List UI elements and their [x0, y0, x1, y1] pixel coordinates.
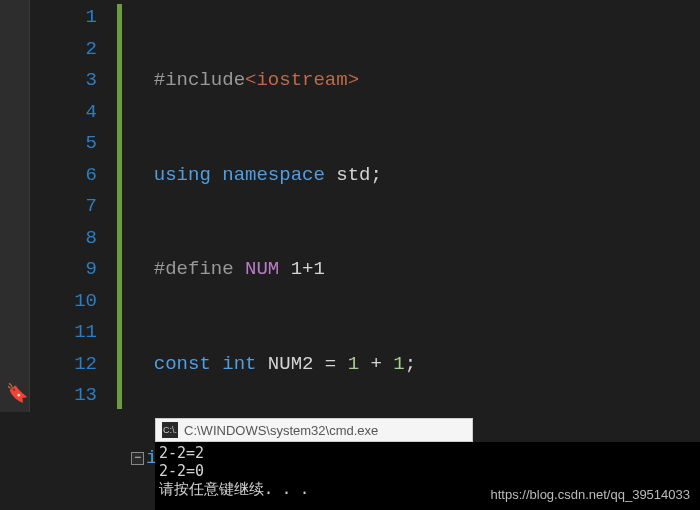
modified-bar: [117, 4, 122, 409]
line-number[interactable]: 1: [30, 2, 97, 34]
code-editor: 🔖 1 2 3 4 5 6 7 8 9 10 11 12 13 #include…: [0, 0, 700, 412]
line-number[interactable]: 5: [30, 128, 97, 160]
line-number[interactable]: 6: [30, 160, 97, 192]
line-number[interactable]: 3: [30, 65, 97, 97]
line-number[interactable]: 11: [30, 317, 97, 349]
code-line: using namespace std;: [131, 160, 700, 192]
line-number[interactable]: 12: [30, 349, 97, 381]
console-title: C:\WINDOWS\system32\cmd.exe: [184, 423, 378, 438]
line-number[interactable]: 4: [30, 97, 97, 129]
line-number-gutter[interactable]: 1 2 3 4 5 6 7 8 9 10 11 12 13: [30, 0, 115, 412]
console-titlebar[interactable]: C:\. C:\WINDOWS\system32\cmd.exe: [155, 418, 473, 442]
bookmark-icon: 🔖: [6, 382, 28, 404]
code-line: const int NUM2 = 1 + 1;: [131, 349, 700, 381]
activity-bar: 🔖: [0, 0, 30, 412]
output-line: 2-2=2: [159, 444, 696, 462]
watermark: https://blog.csdn.net/qq_39514033: [491, 487, 691, 502]
line-number[interactable]: 8: [30, 223, 97, 255]
fold-icon[interactable]: −: [131, 452, 144, 465]
code-content[interactable]: #include<iostream> using namespace std; …: [125, 0, 700, 412]
line-number[interactable]: 10: [30, 286, 97, 318]
line-number[interactable]: 2: [30, 34, 97, 66]
output-line: 2-2=0: [159, 462, 696, 480]
code-line: #define NUM 1+1: [131, 254, 700, 286]
line-number[interactable]: 9: [30, 254, 97, 286]
code-line: #include<iostream>: [131, 65, 700, 97]
line-number[interactable]: 7: [30, 191, 97, 223]
line-number[interactable]: 13: [30, 380, 97, 412]
change-indicator: [115, 0, 125, 412]
cmd-icon: C:\.: [162, 422, 178, 438]
